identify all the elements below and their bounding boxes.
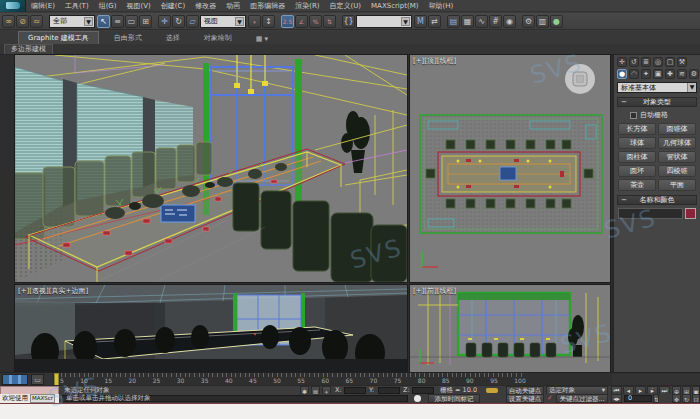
y-coordinate-field[interactable]	[378, 387, 400, 394]
ribbon-options-icon[interactable]: ▦ ▾	[247, 34, 277, 44]
select-by-name-icon[interactable]: ≡	[111, 15, 124, 28]
add-time-tag-button[interactable]: 添加时间标记	[428, 394, 480, 403]
curve-editor-icon[interactable]: ∿	[475, 15, 488, 28]
viewport-camera-shaded[interactable]: [+][透视][真实+边面]	[15, 285, 407, 372]
viewport-front-label[interactable]: [+][前][线框]	[413, 286, 456, 296]
named-selection-dropdown[interactable]: ▼	[356, 15, 412, 28]
cone-button[interactable]: 圆锥体	[658, 123, 696, 135]
frame-spinner[interactable]: ⇅	[653, 394, 659, 403]
hierarchy-tab-icon[interactable]: ≣	[641, 57, 651, 67]
key-lock-icon[interactable]	[486, 388, 498, 393]
angle-snap-icon[interactable]: ∠	[295, 15, 308, 28]
menu-item-group[interactable]: 组(G)	[94, 0, 122, 12]
menu-item-graph-editors[interactable]: 图形编辑器	[245, 0, 290, 12]
schematic-view-icon[interactable]: #	[489, 15, 502, 28]
menu-item-tools[interactable]: 工具(T)	[60, 0, 94, 12]
shapes-category-icon[interactable]: ◠	[629, 69, 639, 79]
maxscript-button[interactable]: MAXScr	[30, 394, 55, 403]
plane-button[interactable]: 平面	[658, 179, 696, 191]
object-type-rollout[interactable]: − 对象类型	[617, 97, 697, 107]
selection-filter-dropdown[interactable]: 全部▼	[49, 15, 95, 28]
create-tab-icon[interactable]: ✛	[617, 57, 627, 67]
track-bar-mode-icon[interactable]: ▭	[31, 374, 44, 385]
layer-manager-icon[interactable]: ▤	[447, 15, 460, 28]
rectangular-selection-region-icon[interactable]: ▭	[125, 15, 138, 28]
maxscript-mini-listener-white[interactable]: 欢迎使用 MAXScr	[0, 394, 59, 403]
menu-item-views[interactable]: 视图(V)	[122, 0, 156, 12]
select-and-scale-icon[interactable]: ▱	[186, 15, 199, 28]
pan-view-icon[interactable]: ✥	[672, 394, 681, 403]
tab-object-paint[interactable]: 对象绘制	[195, 32, 241, 44]
maximize-viewport-toggle-icon[interactable]: ⊡	[692, 394, 700, 403]
orbit-view-icon[interactable]: ↻	[682, 394, 691, 403]
spinner-snap-icon[interactable]: ⇅	[323, 15, 336, 28]
pyramid-button[interactable]: 四棱锥	[658, 165, 696, 177]
render-production-icon[interactable]: ●	[550, 15, 563, 28]
spacewarps-category-icon[interactable]: ≋	[677, 69, 687, 79]
app-logo-button[interactable]	[0, 0, 26, 12]
tab-graphite-modeling[interactable]: Graphite 建模工具	[18, 31, 99, 44]
bind-spacewarp-icon[interactable]: ≈	[30, 15, 43, 28]
box-button[interactable]: 长方体	[618, 123, 656, 135]
select-link-icon[interactable]: ∞	[2, 15, 15, 28]
menu-item-edit[interactable]: 编辑(E)	[26, 0, 60, 12]
object-name-input[interactable]	[618, 208, 683, 219]
select-and-manipulate-icon[interactable]: ↕	[262, 15, 275, 28]
sphere-button[interactable]: 球体	[618, 137, 656, 149]
primitive-category-dropdown[interactable]: 标准基本体 ▼	[617, 82, 697, 93]
torus-button[interactable]: 圆环	[618, 165, 656, 177]
viewport-front[interactable]: [+][前][线框]	[410, 285, 610, 372]
geometry-category-icon[interactable]: ●	[617, 69, 627, 79]
helpers-category-icon[interactable]: ✚	[665, 69, 675, 79]
viewport-top-label[interactable]: [+][顶][线框]	[413, 56, 456, 66]
display-tab-icon[interactable]: ▢	[665, 57, 675, 67]
z-coordinate-field[interactable]	[412, 387, 434, 394]
ribbon-toggle-icon[interactable]: ▦	[461, 15, 474, 28]
menu-item-rendering[interactable]: 渲染(R)	[290, 0, 324, 12]
mini-curve-editor-button[interactable]	[2, 374, 28, 385]
render-setup-icon[interactable]: ⚙	[522, 15, 535, 28]
rendered-frame-window-icon[interactable]: ▥	[536, 15, 549, 28]
menu-item-customize[interactable]: 自定义(U)	[324, 0, 366, 12]
window-crossing-icon[interactable]: ⊞	[139, 15, 152, 28]
unlink-selection-icon[interactable]: ⊘	[16, 15, 29, 28]
polygon-modeling-panel[interactable]: 多边形建模	[4, 44, 53, 54]
time-tag-dot-icon[interactable]	[414, 395, 421, 402]
viewport-top[interactable]: [+][顶][线框]	[410, 55, 610, 282]
object-color-swatch[interactable]	[685, 208, 696, 219]
viewport-main-perspective[interactable]	[15, 55, 407, 282]
x-coordinate-field[interactable]	[344, 387, 366, 394]
select-and-move-icon[interactable]: ✛	[158, 15, 171, 28]
tab-freeform[interactable]: 自由形式	[105, 32, 151, 44]
edit-named-selection-icon[interactable]: {}	[342, 15, 355, 28]
align-icon[interactable]: ⇄	[428, 15, 441, 28]
modify-tab-icon[interactable]: ↺	[629, 57, 639, 67]
set-key-button[interactable]: 设置关键点	[506, 394, 544, 403]
cameras-category-icon[interactable]: ▣	[653, 69, 663, 79]
snap-toggle-icon[interactable]: 2.5	[281, 15, 294, 28]
systems-category-icon[interactable]: ⚙	[689, 69, 699, 79]
select-object-icon[interactable]: ↖	[97, 15, 110, 28]
teapot-button[interactable]: 茶壶	[618, 179, 656, 191]
key-mode-toggle-button[interactable]: ◂▸	[611, 394, 622, 403]
cylinder-button[interactable]: 圆柱体	[618, 151, 656, 163]
select-and-rotate-icon[interactable]: ↻	[172, 15, 185, 28]
geosphere-button[interactable]: 几何球体	[658, 137, 696, 149]
lights-category-icon[interactable]: ✦	[641, 69, 651, 79]
menu-item-modifiers[interactable]: 修改器	[190, 0, 221, 12]
mirror-icon[interactable]: M	[414, 15, 427, 28]
name-color-rollout[interactable]: − 名称和颜色	[617, 195, 697, 205]
menu-item-maxscript[interactable]: MAXScript(M)	[366, 0, 423, 12]
material-editor-icon[interactable]: ◉	[503, 15, 516, 28]
use-pivot-center-icon[interactable]: ⌖	[248, 15, 261, 28]
reference-coordinate-dropdown[interactable]: 视图▼	[200, 15, 246, 28]
menu-item-help[interactable]: 帮助(H)	[424, 0, 459, 12]
autogrid-checkbox[interactable]	[630, 112, 637, 119]
key-filters-button[interactable]: 关键点过滤器...	[556, 394, 608, 403]
menu-item-create[interactable]: 创建(C)	[156, 0, 190, 12]
tube-button[interactable]: 管状体	[658, 151, 696, 163]
viewport-camera-label[interactable]: [+][透视][真实+边面]	[18, 286, 88, 296]
tab-selection[interactable]: 选择	[157, 32, 189, 44]
utilities-tab-icon[interactable]: ⚒	[677, 57, 687, 67]
menu-item-animation[interactable]: 动画	[221, 0, 245, 12]
